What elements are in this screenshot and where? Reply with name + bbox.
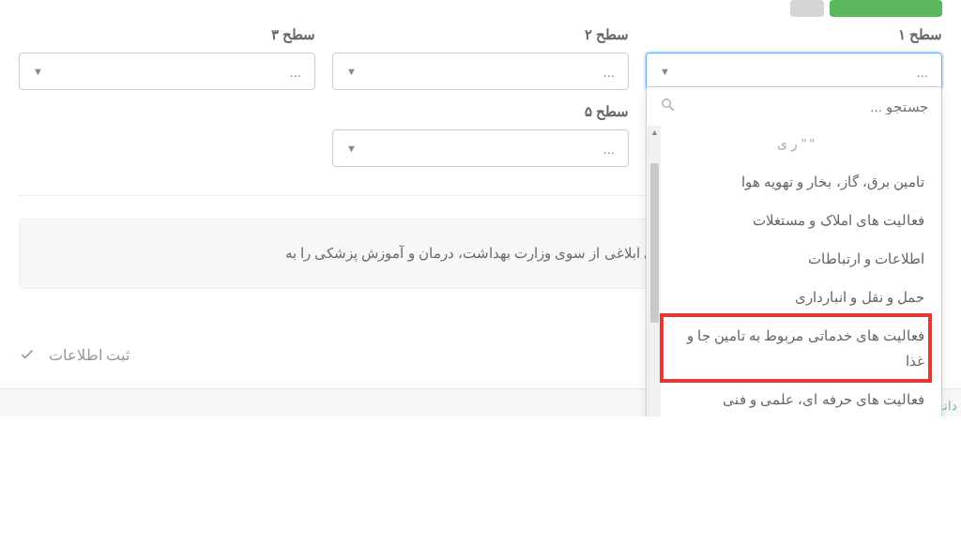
levels-row-1: سطح ۱ ... ▼ سطح ۲ ... ▼ سطح ۳ ... ▼ bbox=[19, 26, 942, 90]
field-level-1: سطح ۱ ... ▼ bbox=[646, 26, 942, 90]
primary-action-button[interactable] bbox=[830, 0, 942, 17]
dropdown-search-row bbox=[647, 87, 941, 126]
level2-label: سطح ۲ bbox=[332, 26, 629, 43]
field-level-2: سطح ۲ ... ▼ bbox=[332, 26, 629, 90]
top-bar bbox=[19, 0, 942, 26]
spacer bbox=[19, 103, 315, 167]
level3-select[interactable]: ... ▼ bbox=[19, 53, 315, 90]
level1-select[interactable]: ... ▼ bbox=[646, 53, 942, 90]
dropdown-option[interactable]: حمل و نقل و انبارداری bbox=[665, 278, 926, 316]
level5-select[interactable]: ... ▼ bbox=[332, 129, 629, 167]
level1-placeholder: ... bbox=[916, 64, 928, 80]
field-level-3: سطح ۳ ... ▼ bbox=[19, 26, 315, 90]
field-level-5: سطح ۵ ... ▼ bbox=[332, 103, 629, 167]
dropdown-top-hint: ر ی " " bbox=[665, 126, 926, 162]
scrollbar-thumb[interactable] bbox=[650, 163, 659, 323]
dropdown-option[interactable]: تامین برق، گاز، بخار و تهویه هوا bbox=[665, 162, 926, 201]
level5-placeholder: ... bbox=[603, 141, 615, 157]
level3-label: سطح ۳ bbox=[19, 26, 315, 43]
dropdown-scroll: ▲ ▼ ر ی " " تامین برق، گاز، بخار و تهویه… bbox=[647, 126, 941, 416]
level2-select[interactable]: ... ▼ bbox=[332, 53, 629, 90]
caret-down-icon: ▼ bbox=[346, 143, 357, 154]
secondary-action-button[interactable] bbox=[790, 0, 824, 17]
check-icon bbox=[19, 345, 36, 366]
level1-label: سطح ۱ bbox=[646, 26, 942, 43]
scroll-up-icon[interactable]: ▲ bbox=[648, 126, 661, 139]
level3-placeholder: ... bbox=[289, 64, 301, 80]
dropdown-search-input[interactable] bbox=[686, 98, 928, 114]
level1-dropdown-panel: ▲ ▼ ر ی " " تامین برق، گاز، بخار و تهویه… bbox=[646, 86, 942, 416]
dropdown-option[interactable]: فعالیت های خدماتی مربوط به تامین جا و غذ… bbox=[665, 316, 926, 380]
caret-down-icon: ▼ bbox=[33, 66, 43, 77]
page-container: سطح ۱ ... ▼ سطح ۲ ... ▼ سطح ۳ ... ▼ سطح … bbox=[0, 0, 961, 388]
dropdown-list: ر ی " " تامین برق، گاز، بخار و تهویه هوا… bbox=[647, 126, 941, 416]
dropdown-option[interactable]: اطلاعات و ارتباطات bbox=[665, 239, 926, 278]
dropdown-option[interactable]: فعالیت های املاک و مستغلات bbox=[665, 201, 926, 239]
search-icon bbox=[660, 97, 677, 116]
submit-button[interactable]: ثبت اطلاعات bbox=[19, 345, 130, 366]
scrollbar-track[interactable]: ▲ ▼ bbox=[648, 126, 661, 416]
level5-label: سطح ۵ bbox=[332, 103, 629, 120]
caret-down-icon: ▼ bbox=[660, 66, 670, 77]
submit-label: ثبت اطلاعات bbox=[49, 346, 130, 364]
level2-placeholder: ... bbox=[603, 64, 615, 80]
dropdown-option[interactable]: فعالیت های حرفه ای، علمی و فنی bbox=[665, 380, 926, 416]
caret-down-icon: ▼ bbox=[346, 66, 357, 77]
